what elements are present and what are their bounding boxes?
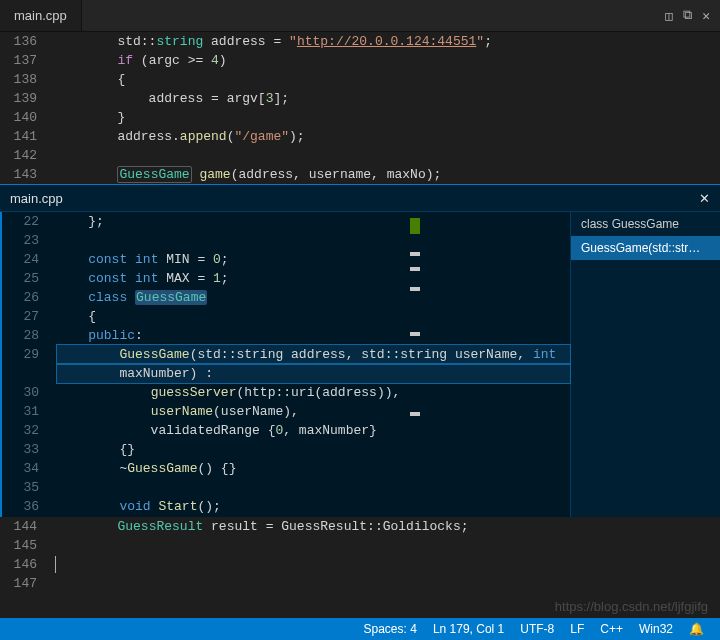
close-icon[interactable]: ✕ bbox=[702, 8, 710, 24]
status-language[interactable]: C++ bbox=[592, 622, 631, 636]
gutter-bottom: 144145 146147 bbox=[0, 517, 55, 593]
peek-close-icon[interactable]: ✕ bbox=[699, 191, 710, 206]
split-editor-icon[interactable]: ◫ bbox=[665, 8, 673, 24]
tab-main-cpp[interactable]: main.cpp bbox=[0, 0, 82, 31]
tab-title: main.cpp bbox=[14, 8, 67, 23]
peek-header: main.cpp ✕ bbox=[0, 184, 720, 212]
peek-ref-0[interactable]: class GuessGame bbox=[571, 212, 720, 236]
editor-bottom[interactable]: 144145 146147 GuessResult result = Guess… bbox=[0, 517, 720, 593]
gutter-peek: 2223 2425 2627 2829 30 3132 3334 3536 bbox=[2, 212, 57, 517]
peek-overview-ruler[interactable] bbox=[408, 212, 420, 517]
peek-title: main.cpp bbox=[10, 191, 63, 206]
code-bottom[interactable]: GuessResult result = GuessResult::Goldil… bbox=[55, 517, 720, 593]
editor-top[interactable]: 136137 138139 140141 142143 std::string … bbox=[0, 32, 720, 184]
code-peek[interactable]: }; const int MIN = 0; const int MAX = 1;… bbox=[57, 212, 570, 517]
tab-bar: main.cpp ◫ ⧉ ✕ bbox=[0, 0, 720, 32]
more-actions-icon[interactable]: ⧉ bbox=[683, 8, 692, 23]
peek-references: class GuessGame GuessGame(std::str… bbox=[570, 212, 720, 517]
status-notifications-icon[interactable]: 🔔 bbox=[681, 622, 712, 636]
status-target[interactable]: Win32 bbox=[631, 622, 681, 636]
status-encoding[interactable]: UTF-8 bbox=[512, 622, 562, 636]
status-position[interactable]: Ln 179, Col 1 bbox=[425, 622, 512, 636]
status-bar: Spaces: 4 Ln 179, Col 1 UTF-8 LF C++ Win… bbox=[0, 618, 720, 640]
peek-editor[interactable]: 2223 2425 2627 2829 30 3132 3334 3536 };… bbox=[2, 212, 570, 517]
tab-actions: ◫ ⧉ ✕ bbox=[665, 0, 720, 31]
peek-ref-1[interactable]: GuessGame(std::str… bbox=[571, 236, 720, 260]
peek-body: 2223 2425 2627 2829 30 3132 3334 3536 };… bbox=[0, 212, 720, 517]
code-top[interactable]: std::string address = "http://20.0.0.124… bbox=[55, 32, 720, 184]
status-eol[interactable]: LF bbox=[562, 622, 592, 636]
gutter-top: 136137 138139 140141 142143 bbox=[0, 32, 55, 184]
status-spaces[interactable]: Spaces: 4 bbox=[356, 622, 425, 636]
watermark: https://blog.csdn.net/ljfgjifg bbox=[555, 599, 708, 614]
